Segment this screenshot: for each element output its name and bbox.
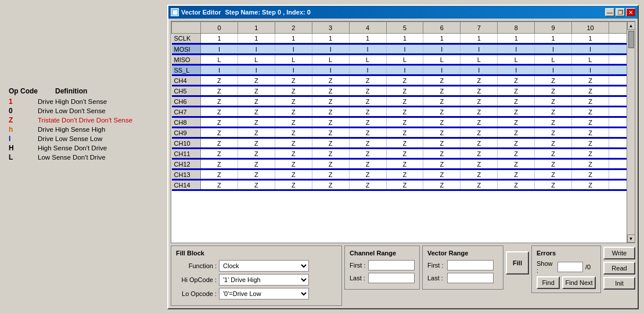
table-cell[interactable]: Z [535,180,572,190]
table-cell[interactable]: Z [498,86,535,96]
table-cell[interactable]: Z [423,169,460,180]
scroll-thumb[interactable] [628,31,634,48]
table-row[interactable]: CH13ZZZZZZZZZZZ [172,169,635,180]
table-row[interactable]: CH5ZZZZZZZZZZZ [172,86,635,96]
table-cell[interactable]: Z [312,149,349,159]
table-row[interactable]: CH12ZZZZZZZZZZZ [172,159,635,169]
table-cell[interactable]: Z [238,149,275,159]
table-row[interactable]: SCLK11111111111 [172,34,635,44]
table-cell[interactable]: I [423,65,460,75]
table-cell[interactable]: Z [238,86,275,96]
table-cell[interactable]: Z [535,117,572,128]
table-cell[interactable]: Z [201,169,238,180]
table-cell[interactable]: Z [423,117,460,128]
table-cell[interactable]: I [460,44,498,55]
table-cell[interactable]: Z [201,180,238,190]
table-cell[interactable]: Z [238,180,275,190]
table-cell[interactable]: L [275,55,312,65]
table-cell[interactable]: L [312,55,349,65]
table-cell[interactable]: I [238,44,275,55]
restore-button[interactable]: ❐ [616,8,625,16]
table-cell[interactable]: Z [238,159,275,169]
table-cell[interactable]: Z [460,159,498,169]
table-cell[interactable]: Z [535,159,572,169]
table-cell[interactable]: Z [423,138,460,149]
table-cell[interactable]: Z [349,86,386,96]
table-cell[interactable]: 1 [498,34,535,44]
table-cell[interactable]: Z [238,107,275,117]
table-cell[interactable]: Z [275,180,312,190]
table-cell[interactable]: Z [460,128,498,138]
channel-last-input[interactable] [368,273,415,283]
table-cell[interactable]: Z [349,159,386,169]
table-cell[interactable]: Z [349,128,386,138]
table-cell[interactable]: Z [498,75,535,86]
table-cell[interactable]: Z [312,169,349,180]
find-next-button[interactable]: Find Next [562,276,596,289]
lo-opcode-select[interactable]: '0'=Drive Low 'l' Drive Low Sense 'Z' Tr… [219,288,309,299]
table-cell[interactable]: L [423,55,460,65]
table-cell[interactable]: Z [349,75,386,86]
table-cell[interactable]: 1 [201,34,238,44]
table-cell[interactable]: Z [460,169,498,180]
table-cell[interactable]: Z [460,75,498,86]
table-cell[interactable]: Z [498,117,535,128]
table-row[interactable]: CH4ZZZZZZZZZZZ [172,75,635,86]
table-cell[interactable]: Z [312,96,349,107]
table-cell[interactable]: 1 [460,34,498,44]
table-cell[interactable]: Z [460,149,498,159]
table-cell[interactable]: Z [238,169,275,180]
table-cell[interactable]: I [572,44,609,55]
table-row[interactable]: CH8ZZZZZZZZZZZ [172,117,635,128]
table-cell[interactable]: I [312,65,349,75]
table-cell[interactable]: I [349,65,386,75]
table-cell[interactable]: I [238,65,275,75]
table-cell[interactable]: Z [275,75,312,86]
fill-button[interactable]: Fill [506,251,529,275]
table-cell[interactable]: Z [386,138,423,149]
table-cell[interactable]: Z [275,159,312,169]
table-cell[interactable]: Z [572,159,609,169]
table-cell[interactable]: Z [238,138,275,149]
table-cell[interactable]: Z [572,169,609,180]
table-row[interactable]: MOSIIIIIIIIIIII [172,44,635,55]
errors-show-input[interactable] [557,262,583,272]
minimize-button[interactable]: — [605,8,614,16]
table-cell[interactable]: Z [201,138,238,149]
table-cell[interactable]: Z [460,107,498,117]
channel-first-input[interactable] [368,260,415,270]
table-cell[interactable]: Z [498,169,535,180]
table-cell[interactable]: Z [312,75,349,86]
table-cell[interactable]: Z [423,96,460,107]
table-cell[interactable]: I [201,65,238,75]
vector-last-input[interactable] [447,273,494,283]
vertical-scrollbar[interactable]: ▲ ▼ [627,21,635,243]
table-cell[interactable]: Z [386,117,423,128]
table-cell[interactable]: Z [535,86,572,96]
table-cell[interactable]: Z [460,138,498,149]
table-cell[interactable]: L [201,55,238,65]
table-cell[interactable]: I [460,65,498,75]
table-cell[interactable]: Z [201,75,238,86]
table-cell[interactable]: Z [535,75,572,86]
table-cell[interactable]: Z [349,149,386,159]
table-cell[interactable]: Z [275,138,312,149]
table-cell[interactable]: L [349,55,386,65]
table-cell[interactable]: 1 [312,34,349,44]
table-row[interactable]: CH10ZZZZZZZZZZZ [172,138,635,149]
table-cell[interactable]: Z [238,96,275,107]
table-cell[interactable]: I [423,44,460,55]
table-cell[interactable]: Z [312,180,349,190]
table-cell[interactable]: Z [498,180,535,190]
table-cell[interactable]: Z [460,86,498,96]
table-cell[interactable]: 1 [423,34,460,44]
scroll-down-arrow[interactable]: ▼ [627,234,635,243]
table-cell[interactable]: Z [275,107,312,117]
table-cell[interactable]: I [349,44,386,55]
init-button[interactable]: Init [603,277,635,290]
table-cell[interactable]: Z [535,149,572,159]
table-cell[interactable]: I [275,44,312,55]
table-cell[interactable]: Z [386,75,423,86]
table-cell[interactable]: Z [386,107,423,117]
table-cell[interactable]: Z [275,96,312,107]
